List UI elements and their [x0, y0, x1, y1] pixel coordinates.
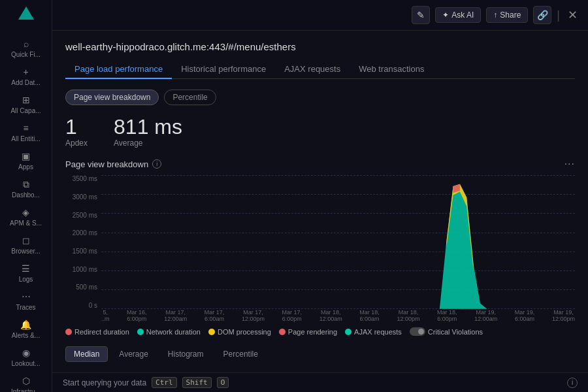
x-axis: 5,..m Mar 16,6:00pm Mar 17,12:00am Mar 1… [101, 309, 575, 322]
legend-redirect: Redirect duration [65, 327, 129, 336]
filter-page-view-breakdown[interactable]: Page view breakdown [65, 90, 159, 105]
sidebar-item-lookout[interactable]: ◉ Lookout... [0, 343, 52, 371]
network-label: Network duration [146, 328, 201, 336]
infra-icon: ⬡ [20, 375, 32, 387]
bottom-tab-median[interactable]: Median [65, 346, 108, 362]
y-label-3: 1500 ms [73, 248, 97, 255]
traces-icon: ⋯ [20, 291, 32, 302]
kbd-o: O [217, 377, 229, 388]
search-icon: ⌕ [20, 38, 32, 50]
chart-title: Page view breakdown [65, 159, 148, 169]
link-icon: 🔗 [537, 10, 548, 20]
ask-ai-button[interactable]: ✦ Ask AI [435, 7, 481, 23]
topbar: ✎ ✦ Ask AI ↑ Share 🔗 | ✕ [52, 0, 588, 31]
tab-page-load[interactable]: Page load performance [65, 60, 172, 79]
apps-icon: ▣ [20, 150, 32, 162]
metric-apdex: 1 Apdex [65, 116, 88, 148]
bottom-tab-percentile[interactable]: Percentile [215, 346, 267, 362]
sidebar-item-browser[interactable]: ◻ Browser... [0, 231, 52, 259]
status-info-icon[interactable]: i [567, 378, 578, 388]
status-text: Start querying your data [63, 378, 146, 387]
info-icon[interactable]: i [152, 159, 161, 169]
y-label-0: 0 s [89, 302, 97, 309]
redirect-dot [65, 329, 72, 335]
list-icon: ≡ [20, 122, 32, 134]
y-label-5: 2500 ms [73, 212, 97, 219]
x-label-9: Mar 18,6:00pm [437, 309, 457, 322]
status-bar: Start querying your data Ctrl Shift O i [52, 372, 588, 392]
x-label-1: Mar 16,6:00pm [127, 309, 147, 322]
close-button[interactable]: ✕ [565, 5, 580, 25]
svg-marker-0 [18, 7, 34, 20]
sidebar-item-all-entities[interactable]: ≡ All Entiti... [0, 118, 52, 146]
x-label-12: Mar 19,12:00pm [552, 309, 575, 322]
sidebar-item-traces[interactable]: ⋯ Traces [0, 287, 52, 315]
logs-icon: ☰ [20, 263, 32, 274]
apdex-label: Apdex [65, 139, 88, 148]
filters-row: Page view breakdown Percentile [65, 90, 575, 105]
apm-icon: ◈ [20, 206, 32, 218]
legend-ajax: AJAX requests [345, 327, 402, 336]
sidebar-item-apm[interactable]: ◈ APM & S... [0, 203, 52, 231]
edit-button[interactable]: ✎ [412, 6, 430, 24]
redirect-label: Redirect duration [74, 328, 129, 336]
sidebar-item-alerts[interactable]: 🔔 Alerts &... [0, 315, 52, 343]
x-label-2: Mar 17,12:00am [164, 309, 187, 322]
chart-canvas: 3500 ms 3000 ms 2500 ms 2000 ms 1500 ms … [65, 175, 575, 322]
page-rendering-label: Page rendering [288, 328, 337, 336]
sidebar-item-dashboards[interactable]: ⧉ Dashbo... [0, 174, 52, 203]
browser-icon: ◻ [20, 235, 32, 246]
tab-historical[interactable]: Historical performance [172, 60, 275, 79]
lookout-icon: ◉ [20, 347, 32, 359]
add-icon: + [20, 66, 32, 78]
x-label-11: Mar 19,6:00am [515, 309, 535, 322]
critical-toggle[interactable] [410, 327, 425, 336]
tab-bar: Page load performance Historical perform… [65, 60, 575, 79]
app-logo[interactable] [14, 5, 38, 24]
sidebar-item-logs[interactable]: ☰ Logs [0, 259, 52, 287]
critical-label: Critical Violations [428, 328, 483, 336]
sidebar-item-quick-find[interactable]: ⌕ Quick Fi... [0, 34, 52, 62]
panel: well-earthy-hippodraco.glitch.me:443/#/m… [52, 31, 588, 372]
bell-icon: 🔔 [20, 319, 32, 331]
kbd-shift: Shift [182, 377, 212, 388]
x-label-3: Mar 17,6:00am [204, 309, 225, 322]
dom-label: DOM processing [218, 328, 271, 336]
chart-header: Page view breakdown i ··· [65, 158, 575, 170]
link-button[interactable]: 🔗 [533, 6, 551, 24]
bottom-tab-average[interactable]: Average [110, 346, 156, 362]
filter-percentile[interactable]: Percentile [164, 90, 216, 105]
chart-plot[interactable]: 5,..m Mar 16,6:00pm Mar 17,12:00am Mar 1… [101, 175, 575, 322]
legend-dom: DOM processing [208, 327, 271, 336]
share-button[interactable]: ↑ Share [486, 7, 528, 23]
metrics-row: 1 Apdex 811 ms Average [65, 116, 575, 148]
sidebar: ⌕ Quick Fi... + Add Dat... ⊞ All Capa...… [0, 0, 52, 392]
ai-icon: ✦ [442, 10, 449, 20]
y-label-4: 2000 ms [73, 229, 97, 237]
legend-page-rendering: Page rendering [279, 327, 337, 336]
sidebar-item-apps[interactable]: ▣ Apps [0, 146, 52, 174]
tab-web-transactions[interactable]: Web transactions [350, 60, 433, 79]
x-label-10: Mar 19,12:00am [474, 309, 497, 322]
kbd-ctrl: Ctrl [152, 377, 177, 388]
x-label-5: Mar 17,6:00pm [282, 309, 302, 322]
y-label-6: 3000 ms [73, 193, 97, 201]
page-rendering-dot [279, 329, 286, 335]
sidebar-item-all-capabilities[interactable]: ⊞ All Capa... [0, 90, 52, 118]
y-axis: 3500 ms 3000 ms 2500 ms 2000 ms 1500 ms … [65, 175, 101, 322]
average-value: 811 ms [114, 116, 182, 139]
more-button[interactable]: ··· [564, 158, 575, 170]
sidebar-item-add-data[interactable]: + Add Dat... [0, 62, 52, 90]
chart-legend: Redirect duration Network duration DOM p… [65, 327, 575, 336]
legend-critical[interactable]: Critical Violations [410, 327, 483, 336]
chart-svg [101, 175, 575, 309]
y-label-7: 3500 ms [73, 175, 97, 182]
grid-icon: ⊞ [20, 94, 32, 106]
x-label-0: 5,..m [101, 309, 110, 322]
sidebar-item-infra[interactable]: ⬡ Infrastru... [0, 371, 52, 392]
bottom-tab-histogram[interactable]: Histogram [159, 346, 212, 362]
x-label-7: Mar 18,6:00am [359, 309, 380, 322]
ajax-label: AJAX requests [354, 328, 402, 336]
tab-ajax[interactable]: AJAX requests [275, 60, 350, 79]
x-label-8: Mar 18,12:00pm [397, 309, 419, 322]
